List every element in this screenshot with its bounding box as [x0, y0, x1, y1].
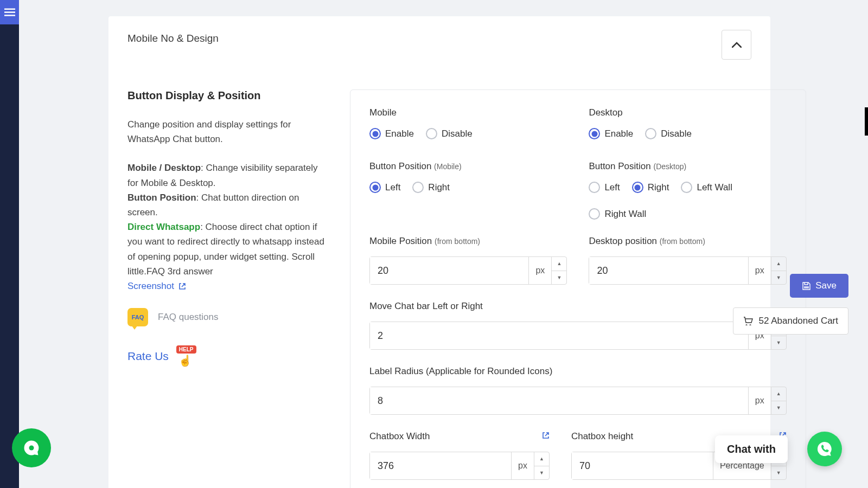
- hamburger-button[interactable]: [0, 0, 19, 24]
- mobile-btnpos-group: Left Right: [369, 182, 567, 193]
- unit-px: px: [748, 387, 771, 414]
- button-position-row: Button Position (Mobile) Left Right Butt…: [369, 161, 787, 220]
- spinner-up[interactable]: ▲: [771, 387, 786, 401]
- desktop-offset-input[interactable]: [589, 257, 748, 284]
- svg-rect-2: [4, 15, 15, 16]
- spinner-up[interactable]: ▲: [771, 257, 786, 271]
- help-icon[interactable]: HELP ☝️: [173, 345, 195, 367]
- panel-header: Mobile No & Design: [127, 33, 751, 60]
- external-link-icon[interactable]: [542, 432, 550, 441]
- spinner-down[interactable]: ▼: [552, 271, 566, 285]
- chatbox-height-input[interactable]: [572, 452, 713, 479]
- move-chat-row: Move Chat bar Left or Right px ▲ ▼: [369, 301, 787, 350]
- abandoned-cart-box[interactable]: 52 Abandoned Cart: [733, 307, 848, 335]
- chatbox-width-label: Chatbox Width: [369, 431, 430, 442]
- save-button[interactable]: Save: [790, 274, 848, 298]
- screenshot-link[interactable]: Screenshot: [127, 281, 186, 292]
- spinner-up[interactable]: ▲: [552, 257, 566, 271]
- panel-title: Mobile No & Design: [127, 33, 219, 44]
- whatsapp-icon: [814, 439, 835, 459]
- position-offset-row: Mobile Position (from bottom) px ▲ ▼ Des…: [369, 236, 787, 285]
- mobile-offset-input-group: px ▲ ▼: [369, 256, 567, 285]
- desktop-pos-rightwall-radio[interactable]: Right Wall: [589, 208, 646, 220]
- mobile-offset: Mobile Position (from bottom) px ▲ ▼: [369, 236, 567, 285]
- mobile-disable-radio[interactable]: Disable: [426, 128, 473, 139]
- unit-px: px: [511, 452, 534, 479]
- desktop-button-position: Button Position (Desktop) Left Right Lef…: [589, 161, 786, 220]
- desktop-btnpos-label: Button Position (Desktop): [589, 161, 786, 172]
- desktop-visibility: Desktop Enable Disable: [589, 107, 786, 139]
- mobile-offset-input[interactable]: [370, 257, 528, 284]
- button-position-term: Button Position: [127, 192, 196, 203]
- mobile-label: Mobile: [369, 107, 567, 118]
- spinner-down[interactable]: ▼: [534, 466, 549, 480]
- label-radius-spinner: ▲ ▼: [771, 387, 786, 414]
- spinner-up[interactable]: ▲: [534, 452, 549, 466]
- save-icon: [802, 281, 811, 291]
- desktop-pos-left-radio[interactable]: Left: [589, 182, 620, 193]
- label-radius-label: Label Radius (Applicable for Rounded Ico…: [369, 366, 787, 377]
- mobile-btnpos-label: Button Position (Mobile): [369, 161, 567, 172]
- mobile-offset-label: Mobile Position (from bottom): [369, 236, 567, 247]
- chevron-up-icon: [732, 42, 742, 48]
- faq-row[interactable]: FAQ FAQ questions: [127, 308, 328, 326]
- desktop-radio-group: Enable Disable: [589, 128, 786, 139]
- faq-badge-icon: FAQ: [127, 308, 148, 326]
- svg-point-4: [29, 446, 34, 451]
- chatbox-width-spinner: ▲ ▼: [534, 452, 549, 479]
- desktop-pos-right-radio[interactable]: Right: [632, 182, 669, 193]
- section-description: Change position and display settings for…: [127, 117, 328, 146]
- chat-with-tooltip: Chat with: [715, 435, 788, 463]
- mobile-enable-radio[interactable]: Enable: [369, 128, 414, 139]
- desktop-enable-radio[interactable]: Enable: [589, 128, 633, 139]
- rate-us-link[interactable]: Rate Us: [127, 350, 169, 363]
- pointing-hand-icon: ☝️: [178, 354, 192, 367]
- desktop-btnpos-group: Left Right Left Wall: [589, 182, 786, 193]
- whatsapp-fab-button[interactable]: [807, 432, 842, 466]
- desktop-disable-radio[interactable]: Disable: [645, 128, 692, 139]
- external-link-icon: [178, 282, 186, 290]
- chatbox-height-label: Chatbox height: [571, 431, 633, 442]
- mobile-pos-right-radio[interactable]: Right: [412, 182, 450, 193]
- svg-rect-1: [4, 11, 15, 12]
- scrollbar-indicator[interactable]: [865, 107, 868, 136]
- move-chat-input-group: px ▲ ▼: [369, 322, 787, 350]
- label-radius-row: Label Radius (Applicable for Rounded Ico…: [369, 366, 787, 415]
- chatbox-width-input[interactable]: [370, 452, 511, 479]
- desktop-btnpos-group2: Right Wall: [589, 208, 786, 220]
- move-chat-label: Move Chat bar Left or Right: [369, 301, 787, 312]
- section-heading: Button Display & Position: [127, 89, 328, 102]
- help-paragraph: Mobile / Desktop: Change visibility sepa…: [127, 160, 328, 279]
- settings-panel: Mobile No & Design Button Display & Posi…: [108, 16, 770, 488]
- desktop-label: Desktop: [589, 107, 786, 118]
- hamburger-icon: [4, 8, 15, 17]
- chatbox-width: Chatbox Width px ▲ ▼: [369, 431, 550, 480]
- rate-us-row: Rate Us HELP ☝️: [127, 345, 328, 367]
- sidebar-stub: [0, 0, 19, 488]
- svg-rect-0: [4, 8, 15, 10]
- spinner-down[interactable]: ▼: [771, 401, 786, 415]
- mobile-visibility: Mobile Enable Disable: [369, 107, 567, 139]
- mobile-desktop-term: Mobile / Desktop: [127, 163, 201, 173]
- support-chat-fab[interactable]: [12, 428, 51, 467]
- spinner-down[interactable]: ▼: [771, 466, 786, 480]
- mobile-button-position: Button Position (Mobile) Left Right: [369, 161, 567, 220]
- cart-icon: [743, 317, 753, 325]
- chat-bubble-icon: [22, 438, 41, 458]
- mobile-pos-left-radio[interactable]: Left: [369, 182, 400, 193]
- spinner-down[interactable]: ▼: [771, 336, 786, 350]
- visibility-row: Mobile Enable Disable Desktop Enable Dis…: [369, 107, 787, 139]
- chatbox-width-input-group: px ▲ ▼: [369, 452, 550, 480]
- move-chat-input[interactable]: [370, 322, 748, 349]
- right-action-column: Save 52 Abandoned Cart: [733, 274, 848, 335]
- desktop-pos-leftwall-radio[interactable]: Left Wall: [681, 182, 732, 193]
- content-row: Button Display & Position Change positio…: [127, 89, 751, 488]
- mobile-radio-group: Enable Disable: [369, 128, 567, 139]
- mobile-offset-spinner: ▲ ▼: [551, 257, 566, 284]
- desktop-offset-label: Desktop position (from bottom): [589, 236, 786, 247]
- collapse-button[interactable]: [722, 30, 751, 60]
- description-column: Button Display & Position Change positio…: [127, 89, 328, 488]
- direct-whatsapp-term: Direct Whatsapp: [127, 222, 200, 232]
- label-radius-input[interactable]: [370, 387, 748, 414]
- label-radius-input-group: px ▲ ▼: [369, 387, 787, 415]
